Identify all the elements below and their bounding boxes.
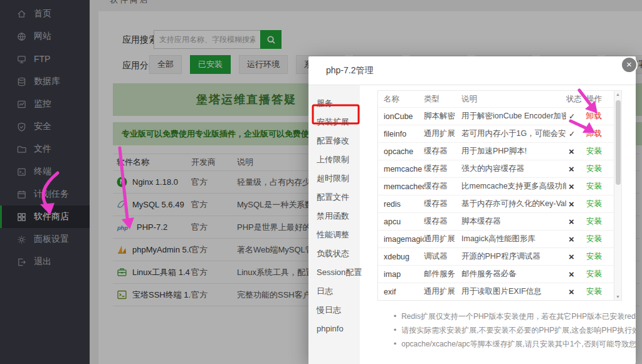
- extension-row-imap: imap邮件服务邮件服务器必备×安装: [378, 265, 614, 283]
- menu-item-service[interactable]: 服务: [308, 94, 360, 113]
- menu-item-upload-limit[interactable]: 上传限制: [308, 150, 360, 169]
- extension-row-memcache: memcache缓存器强大的内容缓存器×安装: [378, 160, 614, 177]
- extension-notes: •Redis扩展仅支持一个PHP版本安装使用，若在其它PHP版本已安装redis…: [377, 309, 636, 351]
- menu-item-load-status[interactable]: 负载状态: [308, 244, 360, 263]
- extension-table: 名称 类型 说明 状态 操作 ionCube脚本解密用于解密ionCube En…: [377, 90, 622, 301]
- not-installed-x-icon: ×: [566, 164, 586, 174]
- php-manage-modal: × php-7.2管理 服务 安装扩展 配置修改 上传限制 超时限制 配置文件 …: [308, 56, 636, 364]
- close-icon[interactable]: ×: [621, 56, 638, 73]
- install-link[interactable]: 安装: [586, 146, 614, 157]
- install-link[interactable]: 安装: [586, 234, 614, 244]
- install-link[interactable]: 安装: [586, 286, 614, 297]
- bullet-icon: •: [394, 323, 396, 337]
- extension-row-ioncube: ionCube脚本解密用于解密ionCube Encoder加密脚本!✓卸载: [378, 107, 614, 125]
- install-link[interactable]: 安装: [586, 164, 614, 174]
- menu-item-phpinfo[interactable]: phpinfo: [308, 320, 360, 338]
- not-installed-x-icon: ×: [566, 199, 586, 209]
- modal-menu: 服务 安装扩展 配置修改 上传限制 超时限制 配置文件 禁用函数 性能调整 负载…: [308, 85, 360, 364]
- extension-row-imagemagick: imagemagick通用扩展Imagick高性能图形库×安装: [378, 230, 614, 247]
- menu-item-session-config[interactable]: Session配置: [308, 263, 360, 282]
- extension-row-xdebug: xdebug调试器开源的PHP程序调试器×安装: [378, 247, 614, 265]
- scroll-down-icon[interactable]: ▼: [614, 294, 621, 299]
- extension-row-opcache: opcache缓存器用于加速PHP脚本!×安装: [378, 142, 614, 160]
- not-installed-x-icon: ×: [566, 216, 586, 227]
- not-installed-x-icon: ×: [566, 286, 586, 297]
- menu-item-slow-log[interactable]: 慢日志: [308, 301, 360, 320]
- extension-row-exif: exif通用扩展用于读取图片EXIF信息×安装: [378, 283, 614, 300]
- bullet-icon: •: [394, 309, 396, 323]
- not-installed-x-icon: ×: [566, 234, 586, 244]
- install-link[interactable]: 安装: [586, 216, 614, 227]
- scrollbar-thumb[interactable]: [616, 100, 621, 185]
- extension-table-header: 名称 类型 说明 状态 操作: [378, 91, 614, 107]
- installed-check-icon: ✓: [566, 112, 586, 121]
- not-installed-x-icon: ×: [566, 181, 586, 192]
- menu-item-install-extensions[interactable]: 安装扩展: [308, 113, 360, 132]
- menu-item-performance[interactable]: 性能调整: [308, 226, 360, 244]
- extension-row-memcached: memcached缓存器比memcache支持更多高级功能×安装: [378, 177, 614, 195]
- bullet-icon: •: [394, 337, 396, 351]
- screenshot-root: 首页 网站 FTP 数据库 监控 安全: [0, 0, 642, 364]
- install-link[interactable]: 安装: [586, 181, 614, 192]
- scroll-up-icon[interactable]: ▲: [614, 92, 621, 96]
- uninstall-link[interactable]: 卸载: [586, 128, 614, 139]
- installed-check-icon: ✓: [566, 129, 586, 138]
- install-link[interactable]: 安装: [586, 251, 614, 262]
- menu-item-disabled-functions[interactable]: 禁用函数: [308, 207, 360, 226]
- menu-item-timeout-limit[interactable]: 超时限制: [308, 169, 360, 188]
- menu-item-log[interactable]: 日志: [308, 282, 360, 301]
- extension-row-fileinfo: fileinfo通用扩展若可用内存小于1G，可能会安装不上✓卸载: [378, 125, 614, 142]
- not-installed-x-icon: ×: [566, 269, 586, 279]
- extension-row-redis: redis缓存器基于内存亦可持久化的Key-Value数据库×安装: [378, 195, 614, 212]
- not-installed-x-icon: ×: [566, 251, 586, 262]
- menu-item-config-file[interactable]: 配置文件: [308, 188, 360, 207]
- note-install-advice: •请按实际需求安装扩展,不要安装不必要的PHP扩展,这会影响PHP执行效率,甚至…: [394, 323, 636, 337]
- extension-row-apcu: apcu缓存器脚本缓存器×安装: [378, 212, 614, 230]
- note-opcache: •opcache/xcache/apc等脚本缓存扩展,请只安装其中1个,否则可能…: [394, 337, 636, 351]
- table-scrollbar[interactable]: ▲ ▼: [614, 91, 621, 300]
- not-installed-x-icon: ×: [566, 146, 586, 157]
- modal-title: php-7.2管理: [308, 56, 636, 85]
- note-redis: •Redis扩展仅支持一个PHP版本安装使用，若在其它PHP版本已安装redis…: [394, 309, 636, 323]
- uninstall-link[interactable]: 卸载: [586, 111, 614, 122]
- menu-item-config-edit[interactable]: 配置修改: [308, 132, 360, 150]
- install-link[interactable]: 安装: [586, 269, 614, 279]
- install-link[interactable]: 安装: [586, 199, 614, 209]
